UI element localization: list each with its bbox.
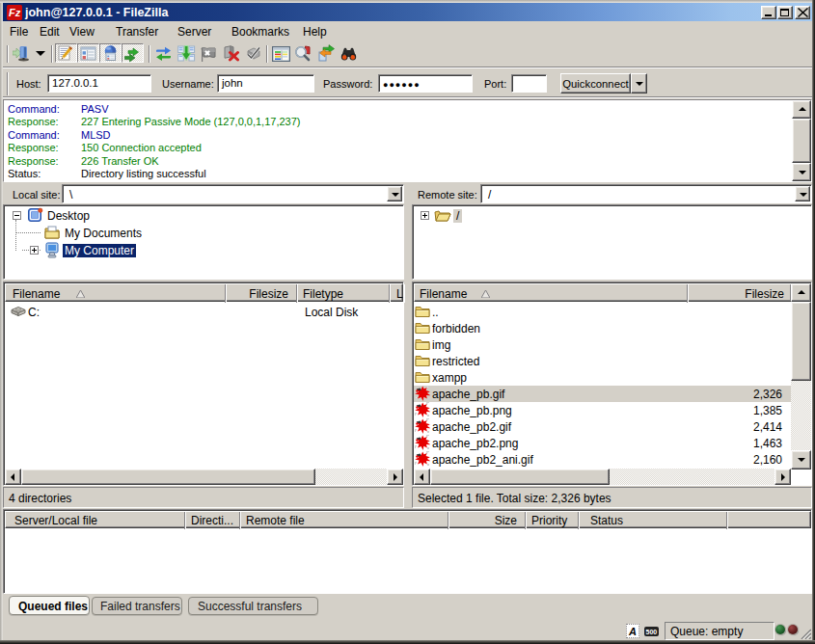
svg-text:Fz: Fz	[9, 7, 21, 18]
